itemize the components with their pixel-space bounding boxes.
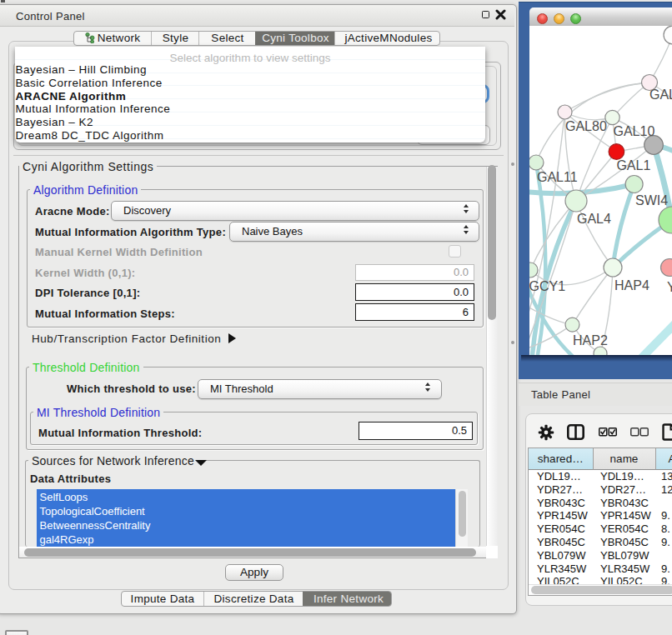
svg-text:HAP4: HAP4 xyxy=(614,278,649,292)
svg-text:HAP2: HAP2 xyxy=(573,333,608,348)
svg-text:GAL11: GAL11 xyxy=(537,170,578,184)
svg-text:GAL2: GAL2 xyxy=(649,88,672,102)
svg-text:GAL1: GAL1 xyxy=(616,158,650,172)
svg-text:GAL10: GAL10 xyxy=(614,124,655,138)
svg-text:GAL80: GAL80 xyxy=(565,119,607,133)
svg-text:GAL4: GAL4 xyxy=(577,212,611,226)
svg-text:GCY1: GCY1 xyxy=(529,279,565,293)
svg-text:Y: Y xyxy=(667,280,672,294)
svg-text:SWI4: SWI4 xyxy=(635,193,668,208)
